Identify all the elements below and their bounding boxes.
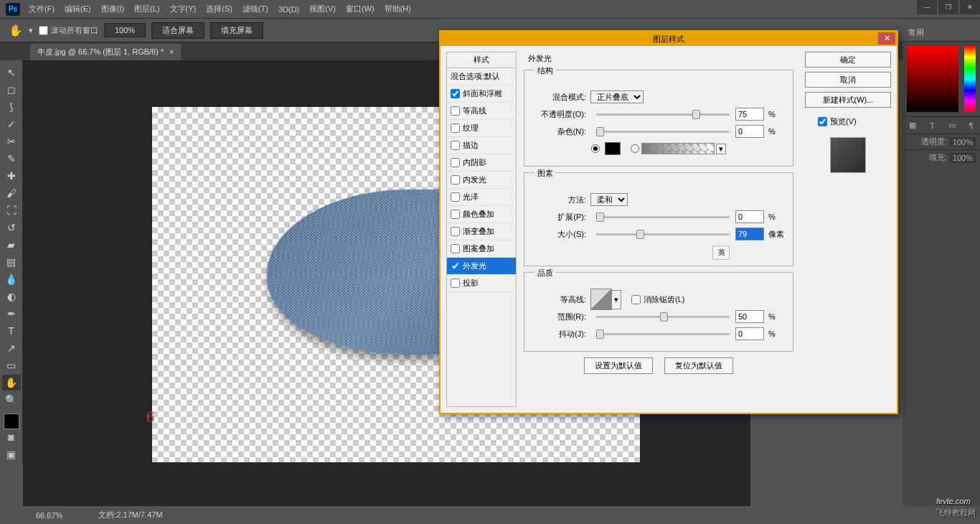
type-tool-icon[interactable]: T	[2, 323, 21, 339]
style-inner-shadow[interactable]: 内阴影	[447, 154, 516, 172]
style-satin[interactable]: 光泽	[447, 189, 516, 206]
outer-glow-checkbox[interactable]	[451, 261, 460, 271]
blur-tool-icon[interactable]: 💧	[2, 271, 21, 287]
screen-mode-icon[interactable]: ▣	[2, 446, 21, 462]
range-slider[interactable]	[596, 316, 730, 318]
glow-color-button[interactable]	[605, 142, 621, 155]
menu-3d[interactable]: 3D(D)	[278, 5, 299, 14]
style-inner-glow[interactable]: 内发光	[447, 172, 516, 189]
fill-screen-button[interactable]: 填充屏幕	[210, 22, 263, 39]
style-contour[interactable]: 等高线	[447, 103, 516, 120]
method-select[interactable]: 柔和	[590, 193, 628, 206]
rectangle-tool-icon[interactable]: ▭	[2, 357, 21, 373]
dialog-title-bar[interactable]: 图层样式 ✕	[440, 32, 897, 46]
bevel-checkbox[interactable]	[451, 89, 460, 98]
jitter-slider[interactable]	[596, 333, 730, 335]
eraser-tool-icon[interactable]: ▰	[2, 237, 21, 253]
opacity-slider[interactable]	[596, 113, 730, 116]
style-pattern-overlay[interactable]: 图案叠加	[447, 240, 516, 258]
zoom-tool-icon[interactable]: 🔍	[2, 392, 21, 408]
gradient-dropdown-icon[interactable]: ▾	[716, 144, 726, 154]
spread-slider[interactable]	[596, 216, 730, 218]
panel-tab[interactable]: 常用	[903, 24, 980, 42]
satin-checkbox[interactable]	[451, 192, 460, 202]
size-input[interactable]	[735, 228, 764, 240]
crop-tool-icon[interactable]: ✂	[2, 134, 21, 149]
menu-view[interactable]: 视图(V)	[309, 4, 336, 14]
gradient-overlay-checkbox[interactable]	[451, 227, 460, 236]
color-swatches[interactable]	[4, 413, 19, 429]
hand-tool-icon[interactable]: ✋	[2, 375, 21, 390]
opacity-value[interactable]: 100%	[950, 137, 976, 147]
blendmode-select[interactable]: 正片叠底	[590, 90, 644, 103]
eyedropper-tool-icon[interactable]: ✎	[2, 151, 21, 167]
hue-strip[interactable]	[964, 46, 976, 112]
ok-button[interactable]: 确定	[805, 52, 891, 67]
set-default-button[interactable]: 设置为默认值	[584, 357, 653, 374]
swatches-icon[interactable]: ▦	[909, 121, 916, 130]
size-slider[interactable]	[596, 233, 730, 235]
history-brush-tool-icon[interactable]: ↺	[2, 220, 21, 235]
fill-value[interactable]: 100%	[950, 153, 976, 163]
menu-file[interactable]: 文件(F)	[29, 4, 55, 14]
inner-glow-checkbox[interactable]	[451, 175, 460, 184]
drop-shadow-checkbox[interactable]	[451, 279, 460, 288]
paragraph-icon[interactable]: ▭	[948, 121, 956, 130]
character-icon[interactable]: ¶	[969, 121, 974, 130]
path-select-tool-icon[interactable]: ↗	[2, 340, 21, 356]
close-tab-icon[interactable]: ×	[169, 48, 174, 56]
noise-slider[interactable]	[596, 131, 730, 133]
jitter-input[interactable]	[735, 327, 764, 340]
menu-image[interactable]: 图像(I)	[101, 4, 124, 14]
healing-tool-icon[interactable]: ✚	[2, 168, 21, 184]
menu-layer[interactable]: 图层(L)	[134, 4, 159, 14]
gradient-tool-icon[interactable]: ▤	[2, 254, 21, 270]
quick-select-tool-icon[interactable]: ✓	[2, 116, 21, 132]
color-overlay-checkbox[interactable]	[451, 210, 460, 219]
solid-color-radio[interactable]	[591, 144, 600, 153]
noise-input[interactable]	[735, 125, 764, 138]
stamp-tool-icon[interactable]: ⛶	[2, 202, 21, 218]
gradient-radio[interactable]	[631, 144, 639, 153]
pattern-overlay-checkbox[interactable]	[451, 244, 460, 253]
spread-input[interactable]	[735, 210, 764, 223]
color-field[interactable]	[907, 46, 958, 112]
style-drop-shadow[interactable]: 投影	[447, 275, 516, 292]
opacity-input[interactable]	[735, 108, 764, 121]
document-tab[interactable]: 牛皮.jpg @ 66.7% (图层 1, RGB/8) * ×	[30, 44, 181, 60]
type-icon[interactable]: T	[930, 121, 935, 130]
status-zoom[interactable]: 66.67%	[36, 511, 62, 520]
brush-tool-icon[interactable]: 🖌	[2, 185, 21, 201]
style-outer-glow[interactable]: 外发光	[447, 258, 516, 275]
close-button[interactable]: ✕	[960, 0, 980, 14]
marquee-tool-icon[interactable]: ◻	[2, 82, 21, 98]
contour-checkbox[interactable]	[451, 106, 460, 116]
pen-tool-icon[interactable]: ✒	[2, 306, 21, 322]
maximize-button[interactable]: ❐	[938, 0, 958, 14]
new-style-button[interactable]: 新建样式(W)...	[805, 92, 891, 108]
contour-picker[interactable]	[590, 289, 612, 310]
inner-shadow-checkbox[interactable]	[451, 158, 460, 167]
blending-options-row[interactable]: 混合选项:默认	[447, 68, 516, 85]
menu-help[interactable]: 帮助(H)	[385, 4, 411, 14]
style-stroke[interactable]: 描边	[447, 137, 516, 154]
styles-header[interactable]: 样式	[447, 52, 516, 68]
reset-default-button[interactable]: 复位为默认值	[664, 357, 733, 374]
menu-edit[interactable]: 编辑(E)	[65, 4, 91, 14]
style-bevel[interactable]: 斜面和浮雕	[447, 85, 516, 103]
minimize-button[interactable]: —	[917, 0, 937, 14]
texture-checkbox[interactable]	[451, 123, 460, 133]
color-picker[interactable]	[903, 42, 980, 116]
scroll-all-checkbox[interactable]	[39, 26, 48, 35]
style-color-overlay[interactable]: 颜色叠加	[447, 206, 516, 223]
gradient-picker[interactable]	[641, 143, 715, 154]
cancel-button[interactable]: 取消	[805, 72, 891, 88]
move-tool-icon[interactable]: ↖	[2, 65, 21, 80]
fit-screen-button[interactable]: 适合屏幕	[151, 22, 204, 39]
style-texture[interactable]: 纹理	[447, 120, 516, 137]
menu-type[interactable]: 文字(Y)	[170, 4, 197, 14]
menu-filter[interactable]: 滤镜(T)	[242, 4, 268, 14]
antialias-checkbox[interactable]	[631, 295, 641, 304]
menu-select[interactable]: 选择(S)	[206, 4, 232, 14]
stroke-checkbox[interactable]	[451, 141, 460, 150]
